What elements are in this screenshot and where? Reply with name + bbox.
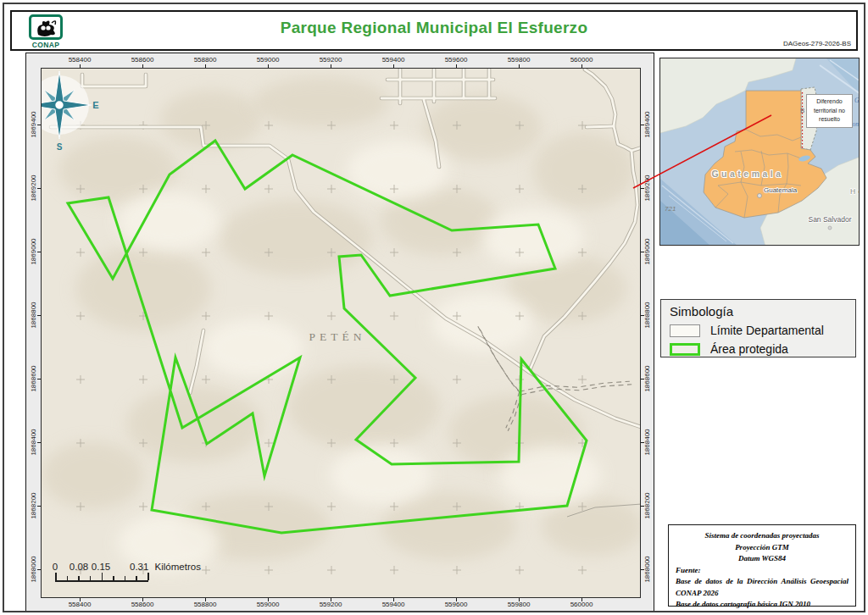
callout-line: resuelto [808,115,851,125]
axis-tick [641,506,644,507]
axis-tick [331,64,331,68]
axis-tick [519,598,520,601]
axis-label-x-top: 559400 [372,56,415,64]
honduras-label: Honduras [850,187,860,196]
legend-item-area-protegida: Área protegida [670,341,847,357]
inset-map-guatemala: Guatemala Guatemala San Salvador Hondura… [660,58,860,246]
source-line: Base de datos de la Dirección Análisis G… [676,576,849,588]
scale-tick [67,576,69,581]
compass-s-label: S [57,142,63,152]
country-label: Guatemala [711,169,783,179]
axis-label-x-bottom: 560000 [560,601,603,609]
source-line: CONAP 2026 [676,588,849,600]
axis-label-y-right: 1869400 [643,103,652,146]
axis-label-y-right: 1868600 [643,357,652,400]
compass-n-label: N [56,68,63,70]
axis-tick [37,442,41,443]
main-map-svg: PETÉN [42,69,641,598]
departmental-limit-swatch [670,324,700,337]
main-map-panel: PETÉN N E S O 0 0.08 0.15 0.31 Kilómetro… [25,53,654,612]
crs-line: Sistema de coordenadas proyectadas [676,530,849,542]
legend-item-limite-departamental: Límite Departamental [670,323,847,338]
axis-label-y-right: 1868400 [643,421,652,463]
compass-rose-icon: N E S O [41,68,102,152]
axis-tick [331,598,331,601]
track-dashed [521,385,632,395]
axis-tick [37,125,41,125]
axis-tick [456,64,457,68]
map-info-box: Sistema de coordenadas proyectadas Proye… [668,524,856,607]
scale-tick [55,573,57,580]
axis-label-x-top: 558400 [58,56,101,64]
legend: Simbología Límite Departamental Área pro… [660,299,856,357]
scale-tick [113,576,114,581]
axis-label-y-right: 1868000 [643,548,652,590]
scale-tick [102,573,103,580]
axis-label-x-top: 559200 [309,56,352,64]
scale-tick [90,576,92,581]
axis-tick [37,569,41,570]
scale-number: 0.31 [130,562,148,572]
axis-tick [142,598,143,601]
axis-label-y-right: 1868200 [643,485,652,527]
page-title: Parque Regional Municipal El Esfuerzo [12,19,856,37]
scale-tick [147,573,149,580]
axis-label-x-top: 560000 [560,56,603,64]
axis-label-x-bottom: 558400 [58,601,101,609]
axis-tick [37,379,41,380]
axis-tick [80,598,81,601]
scale-number: 0 [48,562,62,572]
axis-label-x-top: 558600 [121,56,164,64]
axis-label-y-right: 1869000 [643,230,652,273]
legend-title: Simbología [670,304,847,319]
conap-logo-label: CONAP [25,41,66,49]
legend-item-label: Límite Departamental [710,324,824,337]
scale-bar: 0 0.08 0.15 0.31 Kilómetros [42,562,270,592]
gulf-label-fragment: G [854,97,860,104]
axis-tick [456,598,457,601]
axis-label-y-right: 1869200 [643,167,652,209]
axis-label-x-top: 559800 [498,56,540,64]
scale-unit: Kilómetros [155,562,201,572]
source-heading: Fuente: [676,565,849,577]
axis-tick [37,315,41,316]
source-line: Base de datos cartografía básica IGN 201… [676,599,849,611]
axis-label-x-bottom: 559200 [309,601,352,609]
axis-tick [393,598,394,601]
axis-tick [268,64,269,68]
main-map-canvas[interactable]: PETÉN N E S O 0 0.08 0.15 0.31 Kilómetro… [41,68,641,598]
axis-tick [37,252,41,252]
compass-e-label: E [92,100,98,110]
belize-label: B [800,107,804,114]
hillshade-layer [42,77,641,573]
axis-label-x-top: 558800 [184,56,226,64]
axis-label-y-right: 1868800 [643,294,652,336]
scale-number: 0.15 [87,562,114,572]
axis-tick [641,252,644,252]
axis-tick [581,64,582,68]
axis-tick [393,64,394,68]
callout-line: territorial no [808,107,851,116]
road [587,126,614,127]
region-label-peten: PETÉN [309,330,366,343]
axis-tick [142,64,143,68]
axis-tick [205,64,206,68]
axis-tick [641,125,644,125]
callout-line: Diferendo [808,97,851,107]
road [190,330,203,393]
scale-tick [125,576,126,581]
axis-tick [37,506,41,507]
axis-label-x-bottom: 559800 [498,601,540,609]
axis-tick [641,442,644,443]
legend-item-label: Área protegida [710,342,788,356]
axis-label-x-bottom: 559400 [372,601,415,609]
axis-tick [37,188,41,189]
scale-tick [78,576,80,581]
datum-line: Datum WGS84 [676,553,849,565]
axis-tick [268,598,269,601]
axis-label-x-bottom: 559000 [247,601,289,609]
capital-city-dot [758,194,762,198]
protected-area-swatch [670,343,700,356]
capital-label: Guatemala [764,186,798,194]
axis-tick [641,379,644,380]
